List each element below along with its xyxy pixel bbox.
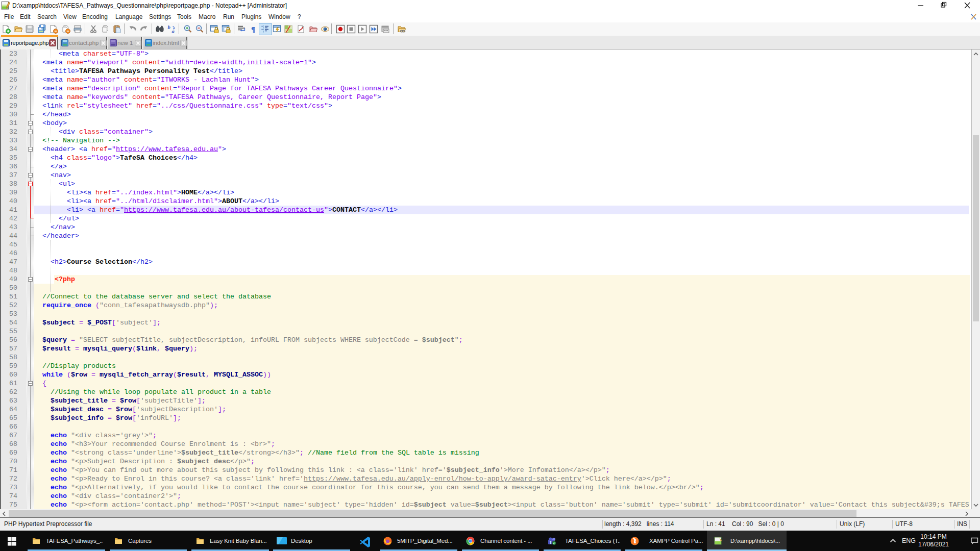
svg-text:¶: ¶: [251, 26, 255, 34]
svg-text:b: b: [168, 24, 170, 30]
svg-text:T: T: [549, 540, 552, 545]
